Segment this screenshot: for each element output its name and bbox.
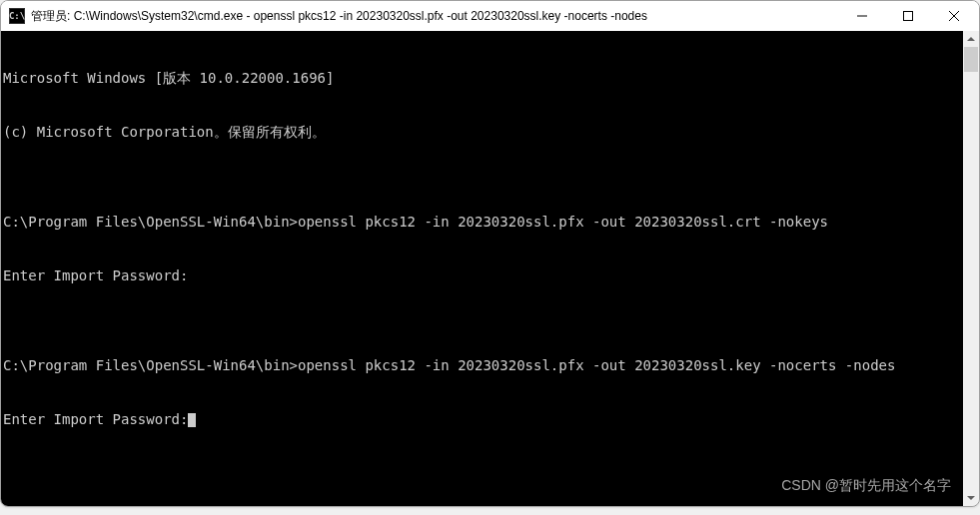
window-title: 管理员: C:\Windows\System32\cmd.exe - opens… [31, 8, 839, 25]
terminal-output[interactable]: Microsoft Windows [版本 10.0.22000.1696] (… [1, 31, 979, 506]
terminal-line: Enter Import Password: [3, 410, 979, 428]
maximize-button[interactable] [885, 1, 931, 31]
watermark: CSDN @暂时先用这个名字 [781, 476, 951, 494]
terminal-line: Microsoft Windows [版本 10.0.22000.1696] [3, 69, 979, 87]
cmd-window: C:\ 管理员: C:\Windows\System32\cmd.exe - o… [0, 0, 980, 507]
terminal-line: C:\Program Files\OpenSSL-Win64\bin>opens… [3, 356, 979, 374]
svg-rect-1 [904, 12, 913, 21]
minimize-button[interactable] [839, 1, 885, 31]
scrollbar-track[interactable] [963, 47, 979, 490]
terminal-line: (c) Microsoft Corporation。保留所有权利。 [3, 123, 979, 141]
svg-marker-4 [967, 37, 975, 41]
close-button[interactable] [931, 1, 977, 31]
scrollbar-thumb[interactable] [964, 47, 978, 72]
scroll-down-button[interactable] [963, 490, 979, 506]
cmd-icon: C:\ [9, 8, 25, 24]
cursor [188, 413, 196, 427]
window-controls [839, 1, 977, 31]
vertical-scrollbar[interactable] [963, 31, 979, 506]
scroll-up-button[interactable] [963, 31, 979, 47]
titlebar[interactable]: C:\ 管理员: C:\Windows\System32\cmd.exe - o… [1, 1, 979, 31]
terminal-line: C:\Program Files\OpenSSL-Win64\bin>opens… [3, 213, 979, 231]
svg-marker-5 [967, 496, 975, 500]
terminal-line: Enter Import Password: [3, 266, 979, 284]
